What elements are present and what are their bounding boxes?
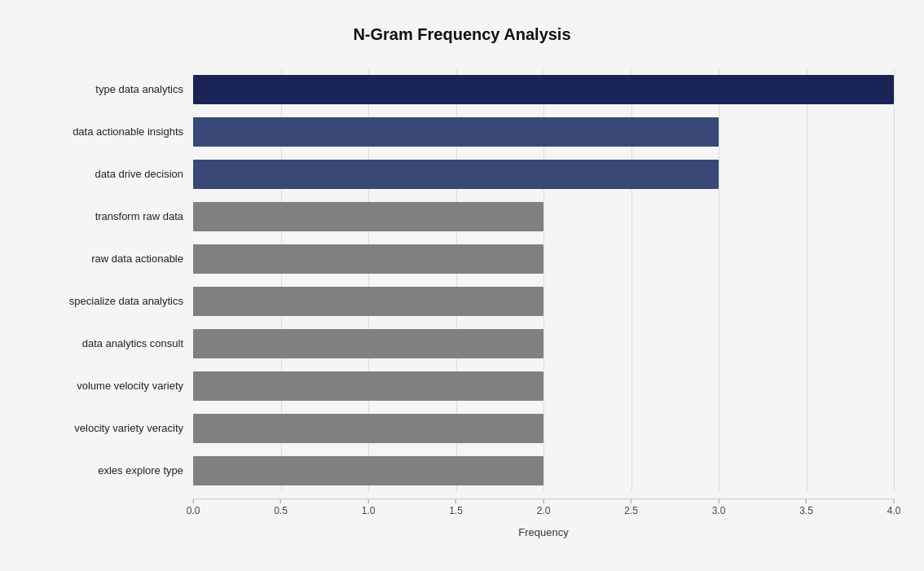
x-tick-value: 1.5 <box>449 505 463 516</box>
bar-track <box>193 160 894 189</box>
bar-row: exles explore type <box>30 450 894 492</box>
bar-row: specialize data analytics <box>30 280 894 323</box>
bar-label: exles explore type <box>30 464 193 477</box>
bar-row: velocity variety veracity <box>30 407 894 450</box>
bar-row: type data analytics <box>30 68 894 111</box>
x-tick-line <box>719 499 719 503</box>
x-tick-line <box>455 499 456 503</box>
bar-track <box>193 287 894 316</box>
x-tick: 3.0 <box>712 499 726 516</box>
bar-track <box>193 244 894 274</box>
x-tick-value: 2.5 <box>624 505 638 516</box>
bar-label: data analytics consult <box>30 337 193 349</box>
x-tick: 0.5 <box>274 499 288 516</box>
bar-fill <box>193 414 543 443</box>
x-tick-line <box>894 499 895 503</box>
x-axis: 0.00.51.01.52.02.53.03.54.0 <box>193 499 894 523</box>
x-axis-title: Frequency <box>193 526 894 538</box>
bar-fill <box>193 456 543 485</box>
x-tick-value: 4.0 <box>887 505 901 516</box>
bar-label: data drive decision <box>30 168 193 180</box>
x-tick: 1.5 <box>449 499 463 516</box>
bar-fill <box>193 117 719 147</box>
chart-container: N-Gram Frequency Analysis type data anal… <box>14 9 910 563</box>
chart-title: N-Gram Frequency Analysis <box>30 25 894 44</box>
bar-label: type data analytics <box>30 83 193 95</box>
bar-label: volume velocity variety <box>30 380 193 392</box>
bar-track <box>193 414 894 443</box>
bar-track <box>193 456 894 485</box>
bar-fill <box>193 160 719 189</box>
x-tick: 3.5 <box>799 499 813 516</box>
bar-label: specialize data analytics <box>30 295 193 307</box>
bar-label: transform raw data <box>30 210 193 222</box>
bar-track <box>193 75 894 104</box>
bars-wrapper: type data analyticsdata actionable insig… <box>30 68 894 492</box>
x-tick: 1.0 <box>362 499 376 516</box>
bar-fill <box>193 202 543 231</box>
x-tick: 0.0 <box>187 499 200 516</box>
x-tick-line <box>280 499 281 503</box>
bar-label: raw data actionable <box>30 253 193 265</box>
x-tick: 2.0 <box>537 499 551 516</box>
x-tick-line <box>543 499 544 503</box>
bar-track <box>193 117 894 147</box>
x-tick-line <box>631 499 631 503</box>
bar-label: data actionable insights <box>30 125 193 138</box>
bar-label: velocity variety veracity <box>30 422 193 434</box>
bar-row: data drive decision <box>30 153 894 195</box>
x-tick-value: 0.0 <box>187 505 200 516</box>
bar-fill <box>193 75 894 104</box>
bar-row: transform raw data <box>30 195 894 238</box>
grid-line <box>894 68 895 492</box>
x-tick: 4.0 <box>887 499 901 516</box>
x-tick-value: 1.0 <box>362 505 376 516</box>
bar-row: data analytics consult <box>30 323 894 365</box>
x-tick-value: 2.0 <box>537 505 551 516</box>
bar-row: raw data actionable <box>30 238 894 280</box>
bar-fill <box>193 371 543 401</box>
bar-track <box>193 202 894 231</box>
chart-area: type data analyticsdata actionable insig… <box>30 68 894 492</box>
x-tick-line <box>806 499 807 503</box>
bar-row: volume velocity variety <box>30 365 894 407</box>
x-tick-line <box>193 499 194 503</box>
bar-fill <box>193 329 543 358</box>
x-tick: 2.5 <box>624 499 638 516</box>
x-tick-line <box>368 499 369 503</box>
bars-container: type data analyticsdata actionable insig… <box>30 68 894 492</box>
x-tick-value: 0.5 <box>274 505 288 516</box>
bar-fill <box>193 244 543 274</box>
x-tick-value: 3.0 <box>712 505 726 516</box>
bar-track <box>193 371 894 401</box>
bar-row: data actionable insights <box>30 111 894 153</box>
bar-track <box>193 329 894 358</box>
x-tick-value: 3.5 <box>799 505 813 516</box>
bar-fill <box>193 287 543 316</box>
